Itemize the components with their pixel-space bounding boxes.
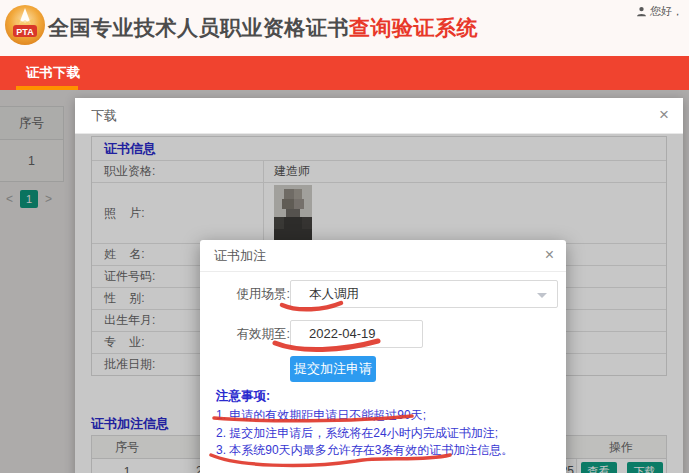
notes-heading: 注意事项: (216, 388, 552, 405)
logo-text: PTA (16, 27, 34, 37)
title-accent: 查询验证系统 (349, 16, 478, 39)
usage-scene-selected-value: 本人调用 (309, 287, 359, 301)
annotate-modal-titlebar: 证书加注 × (200, 240, 566, 272)
scene-field-row: 使用场景: 本人调用 (200, 280, 566, 308)
annotate-modal-title: 证书加注 (214, 247, 266, 265)
nav-item-certificate-download[interactable]: 证书下载 (16, 56, 90, 90)
note-item-3: 3. 本系统90天内最多允许存在3条有效的证书加注信息。 (216, 442, 552, 460)
expiry-field-row: 有效期至: 2022-04-19 (200, 320, 566, 348)
download-modal-close-icon[interactable]: × (659, 106, 669, 123)
annotate-modal-close-icon[interactable]: × (545, 247, 554, 263)
page-title: 全国专业技术人员职业资格证书查询验证系统 (48, 14, 478, 42)
usage-scene-select[interactable]: 本人调用 (290, 280, 558, 308)
app-window: PTA 全国专业技术人员职业资格证书查询验证系统 您好， 证书下载 序号 1 <… (0, 0, 689, 473)
scene-field-label: 使用场景: (200, 286, 290, 303)
chevron-down-icon (537, 293, 547, 298)
notes-block: 注意事项: 1. 申请的有效期距申请日不能超过90天; 2. 提交加注申请后，系… (216, 388, 552, 460)
note-item-1: 1. 申请的有效期距申请日不能超过90天; (216, 407, 552, 425)
expiry-field-label: 有效期至: (200, 326, 290, 343)
note-item-2: 2. 提交加注申请后，系统将在24小时内完成证书加注; (216, 425, 552, 443)
app-header: PTA 全国专业技术人员职业资格证书查询验证系统 您好， (0, 0, 689, 56)
submit-annotation-button[interactable]: 提交加注申请 (290, 356, 376, 382)
download-modal-titlebar: 下载 × (75, 98, 683, 134)
greeting-text: 您好， (650, 4, 683, 19)
title-main: 全国专业技术人员职业资格证书 (48, 16, 349, 39)
expiry-date-input[interactable]: 2022-04-19 (290, 320, 423, 348)
main-nav: 证书下载 (0, 56, 689, 90)
annotate-modal: 证书加注 × 使用场景: 本人调用 有效期至: 2022-04-19 提交加注申… (200, 240, 566, 473)
download-modal-title: 下载 (91, 107, 117, 125)
user-greeting[interactable]: 您好， (636, 4, 683, 19)
content-area: 序号 1 < 1 > 下载 × 证书信息 职业资格: 建造师 (0, 90, 689, 473)
pta-logo-icon: PTA (4, 4, 46, 46)
user-icon (636, 6, 647, 17)
